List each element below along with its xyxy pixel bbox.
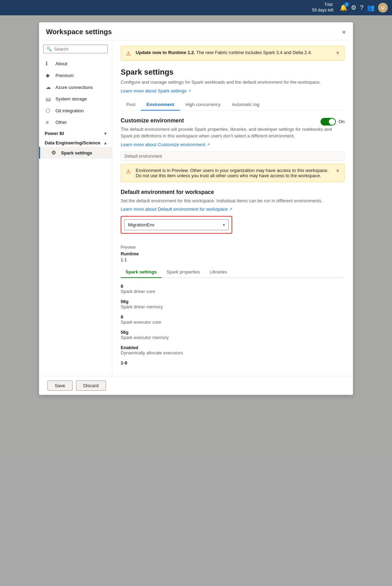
help-icon[interactable]: ? — [360, 4, 363, 12]
people-icon[interactable]: 👥 — [367, 4, 375, 12]
notification-bell-icon[interactable]: 🔔 2 — [340, 4, 347, 12]
notification-badge: 2 — [344, 2, 349, 7]
avatar[interactable]: U — [378, 3, 388, 13]
topbar: Trial: 59 days left 🔔 2 ⚙ ? 👥 U — [0, 0, 392, 15]
trial-info: Trial: 59 days left — [312, 2, 333, 13]
settings-icon[interactable]: ⚙ — [351, 4, 356, 12]
